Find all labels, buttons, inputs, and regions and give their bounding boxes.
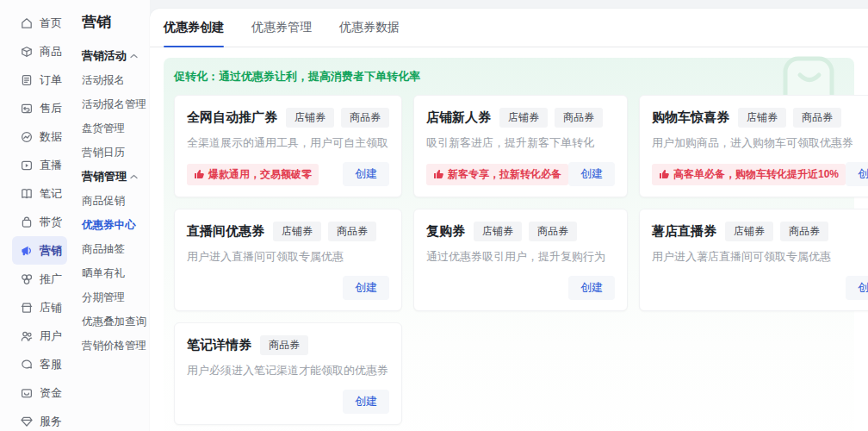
submenu-item[interactable]: 优惠券中心 (82, 213, 150, 237)
coupon-card-title: 店铺新人券 (426, 109, 491, 126)
coupon-card-title: 薯店直播券 (652, 223, 716, 240)
tab-coupon-data[interactable]: 优惠券数据 (339, 9, 400, 47)
live-icon (20, 159, 34, 172)
coupon-create-section: 促转化：通过优惠券让利，提高消费者下单转化率 全网自动推广券 店铺券商品券 全渠… (164, 58, 854, 431)
megaphone-icon (20, 244, 34, 258)
sidebar-item-live[interactable]: 直播 (12, 151, 67, 179)
coupon-type-tag: 商品券 (260, 335, 308, 355)
submenu-item[interactable]: 活动报名管理 (82, 92, 150, 116)
create-coupon-button[interactable]: 创建 (846, 276, 868, 300)
submenu-item[interactable]: 晒单有礼 (82, 261, 150, 285)
coupon-card-description: 全渠道展示的通用工具，用户可自主领取 (187, 135, 389, 151)
coupon-card-description: 用户必须进入笔记渠道才能领取的优惠券 (187, 363, 389, 378)
sidebar-item-label: 笔记 (40, 186, 62, 202)
sidebar-item-data[interactable]: 数据 (12, 122, 67, 151)
sidebar-item-label: 订单 (40, 72, 62, 88)
thumbs-up-icon (433, 169, 443, 179)
coupon-type-tag: 店铺券 (738, 108, 786, 128)
chat-icon (20, 358, 34, 372)
sidebar-item-orders[interactable]: 订单 (12, 66, 67, 94)
sidebar-item-marketing[interactable]: 营销 (12, 236, 67, 265)
coupon-card-badge: 高客单必备，购物车转化提升近10% (652, 164, 846, 185)
submenu-item[interactable]: 商品促销 (82, 189, 150, 213)
sidebar-item-label: 带货 (40, 215, 62, 230)
sidebar-item-support[interactable]: 客服 (12, 350, 67, 378)
submenu-item[interactable]: 分期管理 (82, 285, 150, 309)
coupon-card: 全网自动推广券 店铺券商品券 全渠道展示的通用工具，用户可自主领取 爆款通用，交… (174, 95, 402, 197)
coupon-type-tag: 商品券 (529, 222, 577, 241)
coupon-card-grid: 全网自动推广券 店铺券商品券 全渠道展示的通用工具，用户可自主领取 爆款通用，交… (174, 95, 844, 425)
sidebar-item-aftersales[interactable]: 售后 (12, 94, 67, 122)
thumbs-up-icon (659, 169, 669, 179)
sidebar-item-label: 客服 (40, 357, 62, 372)
create-coupon-button[interactable]: 创建 (343, 276, 389, 300)
create-coupon-button[interactable]: 创建 (846, 162, 868, 186)
submenu-group-label: 营销管理 (82, 169, 127, 184)
coupon-type-tag: 商品券 (555, 108, 603, 128)
main-area: 优惠券创建优惠券管理优惠券数据 促转化：通过优惠券让利，提高消费者下单转化率 全… (150, 0, 868, 431)
sidebar-item-promotion[interactable]: 推广 (12, 265, 67, 293)
coupon-card: 复购券 店铺券商品券 通过优惠券吸引用户，提升复购行为 创建 (413, 209, 628, 311)
submenu-item[interactable]: 活动报名 (82, 68, 150, 92)
sidebar-item-label: 商品 (40, 44, 62, 59)
sidebar-item-selling[interactable]: 带货 (12, 208, 67, 236)
submenu-title: 营销 (82, 12, 150, 32)
diamond-icon (20, 415, 34, 428)
promotion-icon (20, 272, 34, 286)
sidebar-item-services[interactable]: 服务 (12, 407, 67, 431)
submenu-item[interactable]: 营销日历 (82, 141, 150, 165)
submenu-group-marketing-management[interactable]: 营销管理 (82, 165, 150, 189)
coupon-card-title: 全网自动推广券 (187, 109, 277, 126)
chevron-up-icon (130, 53, 138, 59)
sidebar-item-goods[interactable]: 商品 (12, 37, 67, 66)
sidebar-item-shop[interactable]: 店铺 (12, 293, 67, 322)
marketing-submenu: 营销 营销活动 活动报名活动报名管理盘货管理营销日历 营销管理 商品促销优惠券中… (74, 0, 150, 431)
submenu-group-label: 营销活动 (82, 48, 127, 64)
coupon-type-tag: 商品券 (780, 222, 828, 241)
create-coupon-button[interactable]: 创建 (568, 162, 615, 186)
sidebar-item-notes[interactable]: 笔记 (12, 179, 67, 208)
goods-icon (20, 45, 34, 59)
tab-coupon-create[interactable]: 优惠券创建 (164, 9, 224, 47)
tab-coupon-manage[interactable]: 优惠券管理 (251, 9, 312, 47)
sidebar-item-users[interactable]: 用户 (12, 322, 67, 350)
sidebar-item-label: 资金 (40, 385, 62, 401)
coupon-tabs: 优惠券创建优惠券管理优惠券数据 (150, 9, 868, 47)
sidebar-item-home[interactable]: 首页 (12, 9, 67, 37)
sidebar-item-label: 服务 (40, 414, 62, 429)
create-coupon-button[interactable]: 创建 (343, 390, 389, 414)
wallet-icon (20, 386, 34, 400)
app-window: 首页 商品 订单 售后 数据 直播 笔记 带货 营销 推广 店铺 用户 客服 资… (0, 0, 868, 431)
coupon-card-title: 购物车惊喜券 (652, 109, 729, 126)
coupon-type-tag: 店铺券 (273, 222, 321, 241)
submenu-item[interactable]: 优惠叠加查询 (82, 309, 150, 334)
submenu-group-marketing-activities[interactable]: 营销活动 (82, 44, 150, 68)
sidebar-item-funds[interactable]: 资金 (12, 378, 67, 407)
coupon-type-tag: 店铺券 (725, 222, 773, 241)
coupon-card: 笔记详情券 商品券 用户必须进入笔记渠道才能领取的优惠券 创建 (174, 322, 402, 425)
submenu-item[interactable]: 盘货管理 (82, 116, 150, 141)
thumbs-up-icon (194, 169, 204, 179)
home-icon (20, 16, 34, 30)
create-coupon-button[interactable]: 创建 (343, 162, 389, 186)
sidebar-item-label: 用户 (40, 328, 62, 344)
coupon-card-title: 复购券 (426, 223, 465, 240)
coupon-card: 店铺新人券 店铺券商品券 吸引新客进店，提升新客下单转化 新客专享，拉新转化必备… (413, 95, 628, 197)
selling-icon (20, 216, 34, 229)
coupon-card-description: 用户进入直播间可领取专属优惠 (187, 249, 389, 265)
content-panel: 优惠券创建优惠券管理优惠券数据 促转化：通过优惠券让利，提高消费者下单转化率 全… (150, 9, 868, 431)
storefront-icon (20, 301, 34, 315)
coupon-card: 直播间优惠券 店铺券商品券 用户进入直播间可领取专属优惠 创建 (174, 209, 402, 311)
sidebar-item-label: 售后 (40, 101, 62, 116)
coupon-type-tag: 店铺券 (286, 108, 334, 128)
coupon-card-title: 直播间优惠券 (187, 223, 264, 240)
sidebar-item-label: 营销 (40, 243, 62, 259)
coupon-card: 购物车惊喜券 店铺券商品券 用户加购商品，进入购物车可领取优惠券 高客单必备，购… (639, 95, 868, 197)
coupon-card: 薯店直播券 店铺券商品券 用户进入薯店直播间可领取专属优惠 创建 (639, 209, 868, 311)
coupon-type-tag: 店铺券 (499, 108, 548, 128)
notes-icon (20, 187, 34, 201)
submenu-item[interactable]: 营销价格管理 (82, 334, 150, 358)
submenu-item[interactable]: 商品抽签 (82, 237, 150, 261)
create-coupon-button[interactable]: 创建 (568, 276, 615, 300)
coupon-type-tag: 商品券 (328, 222, 376, 241)
